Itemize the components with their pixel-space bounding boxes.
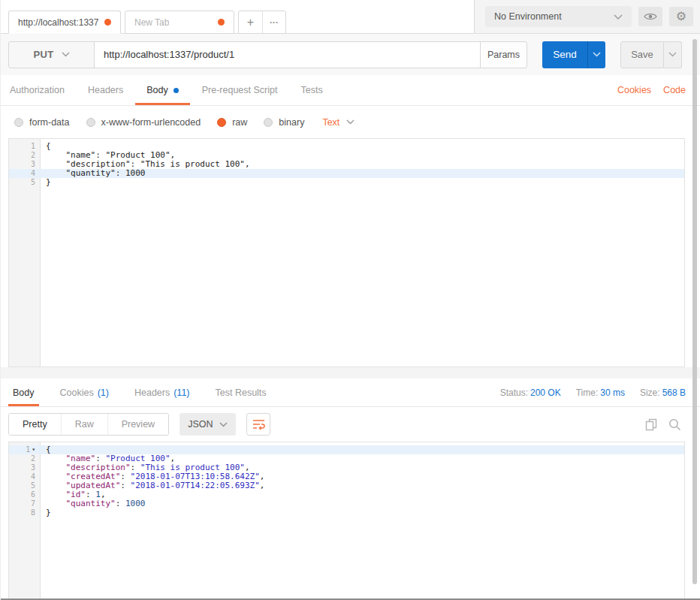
line-number: 8 <box>9 508 40 517</box>
response-body-lines: 1▾{2 "name": "Product 100",3 "descriptio… <box>9 442 684 517</box>
tab-body[interactable]: Body <box>146 75 179 105</box>
radio-binary[interactable]: binary <box>264 117 304 128</box>
request-links: Cookies Code <box>617 75 686 105</box>
response-format-value: JSON <box>188 419 213 430</box>
line-number: 4 <box>9 472 40 481</box>
tab-authorization[interactable]: Authorization <box>10 75 65 105</box>
code-text: "quantity": 1000 <box>40 169 145 178</box>
headers-count-badge: (11) <box>173 387 189 398</box>
request-body-lines: 1{2 "name": "Product 100",3 "description… <box>9 139 684 187</box>
response-tab-body[interactable]: Body <box>13 378 35 406</box>
body-present-dot-icon <box>173 88 179 93</box>
tab-title: http://localhost:1337/ <box>18 17 98 28</box>
chevron-down-icon <box>614 14 623 20</box>
code-line-5: 5} <box>9 178 684 187</box>
code-line-5: 5 "updatedAt": "2018-01-07T14:22:05.693Z… <box>9 481 684 490</box>
request-builder: PUT Params Send Save <box>1 34 700 75</box>
chevron-down-icon <box>346 119 355 125</box>
save-button[interactable]: Save <box>620 41 664 68</box>
view-pretty-button[interactable]: Pretty <box>9 414 61 435</box>
format-dropdown[interactable]: Text <box>322 117 355 128</box>
top-bar: http://localhost:1337/ New Tab + ••• No … <box>1 0 700 34</box>
tab-actions: + ••• <box>238 11 286 34</box>
chevron-down-icon <box>593 52 601 57</box>
settings-button[interactable]: ⚙ <box>669 7 693 26</box>
url-group: PUT Params <box>8 41 527 68</box>
code-text: "quantity": 1000 <box>40 499 145 508</box>
code-text: } <box>40 178 51 187</box>
code-text: } <box>40 508 51 517</box>
save-options-button[interactable] <box>664 41 682 68</box>
request-tab-new[interactable]: New Tab <box>125 11 234 34</box>
response-format-dropdown[interactable]: JSON <box>180 413 236 436</box>
send-options-button[interactable] <box>587 41 605 68</box>
tab-title: New Tab <box>134 17 169 28</box>
postman-window: http://localhost:1337/ New Tab + ••• No … <box>0 0 700 600</box>
unsaved-indicator-icon <box>218 19 225 26</box>
radio-raw[interactable]: raw <box>217 117 247 128</box>
line-number: 2 <box>9 151 40 160</box>
response-meta: Status:200 OK Time:30 ms Size:568 B <box>500 378 686 406</box>
environment-selector[interactable]: No Environment <box>485 6 632 27</box>
radio-icon <box>264 118 273 127</box>
fold-caret-icon[interactable]: ▾ <box>32 445 35 454</box>
chevron-down-icon <box>668 52 677 57</box>
size-badge: Size:568 B <box>640 387 686 398</box>
section-divider <box>1 367 700 378</box>
wrap-lines-button[interactable] <box>246 413 270 436</box>
code-line-7: 7 "quantity": 1000 <box>9 499 684 508</box>
cookies-link[interactable]: Cookies <box>617 85 651 95</box>
unsaved-indicator-icon <box>104 19 111 26</box>
wrap-lines-icon <box>252 418 265 430</box>
ellipsis-icon: ••• <box>270 19 278 26</box>
open-new-tab-button[interactable]: + <box>239 11 262 33</box>
eye-icon <box>644 12 657 21</box>
environment-quicklook-button[interactable] <box>638 7 662 26</box>
copy-icon <box>645 418 657 431</box>
tab-strip: http://localhost:1337/ New Tab + ••• <box>1 0 474 33</box>
code-line-4: 4 "quantity": 1000 <box>9 169 684 178</box>
params-button[interactable]: Params <box>480 41 527 68</box>
environment-selected-value: No Environment <box>494 11 562 22</box>
body-type-row: form-data x-www-form-urlencoded raw bina… <box>1 106 700 138</box>
response-tabs: Body Cookies (1) Headers (11) Test Resul… <box>1 378 700 407</box>
method-dropdown[interactable]: PUT <box>8 41 95 68</box>
send-button[interactable]: Send <box>542 41 587 68</box>
line-number: 1▾ <box>9 445 40 454</box>
tab-options-button[interactable]: ••• <box>262 11 285 33</box>
radio-form-data[interactable]: form-data <box>14 117 70 128</box>
copy-button[interactable] <box>645 418 657 431</box>
url-input[interactable] <box>94 41 481 68</box>
chevron-down-icon <box>62 52 70 57</box>
tab-headers[interactable]: Headers <box>88 75 123 105</box>
response-tab-headers[interactable]: Headers (11) <box>134 378 190 406</box>
status-badge: Status:200 OK <box>500 387 561 398</box>
response-body-editor[interactable]: 1▾{2 "name": "Product 100",3 "descriptio… <box>8 442 685 600</box>
response-tab-test-results[interactable]: Test Results <box>216 378 267 406</box>
response-toolbar: Pretty Raw Preview JSON <box>1 407 700 442</box>
view-preview-button[interactable]: Preview <box>107 414 168 435</box>
radio-x-www-form-urlencoded[interactable]: x-www-form-urlencoded <box>86 117 201 128</box>
cookies-count-badge: (1) <box>98 387 109 398</box>
radio-selected-icon <box>217 118 226 127</box>
line-number: 7 <box>9 499 40 508</box>
search-button[interactable] <box>668 418 681 431</box>
request-body-editor[interactable]: 1{2 "name": "Product 100",3 "description… <box>8 138 685 367</box>
line-number: 4 <box>9 169 40 178</box>
chevron-down-icon <box>219 422 228 427</box>
line-number: 5 <box>9 178 40 187</box>
window-scrollbar[interactable] <box>692 39 697 584</box>
tab-pre-request-script[interactable]: Pre-request Script <box>202 75 278 105</box>
request-tab-active[interactable]: http://localhost:1337/ <box>8 11 121 34</box>
tab-tests[interactable]: Tests <box>300 75 322 105</box>
radio-icon <box>86 118 95 127</box>
response-tab-cookies[interactable]: Cookies (1) <box>60 378 109 406</box>
code-link[interactable]: Code <box>663 85 686 95</box>
save-button-group: Save <box>620 41 682 68</box>
view-raw-button[interactable]: Raw <box>61 414 107 435</box>
gear-icon: ⚙ <box>676 11 686 23</box>
environment-area: No Environment ⚙ <box>474 0 700 33</box>
send-button-group: Send <box>542 41 605 68</box>
line-number: 5 <box>9 481 40 490</box>
format-value: Text <box>322 117 339 128</box>
